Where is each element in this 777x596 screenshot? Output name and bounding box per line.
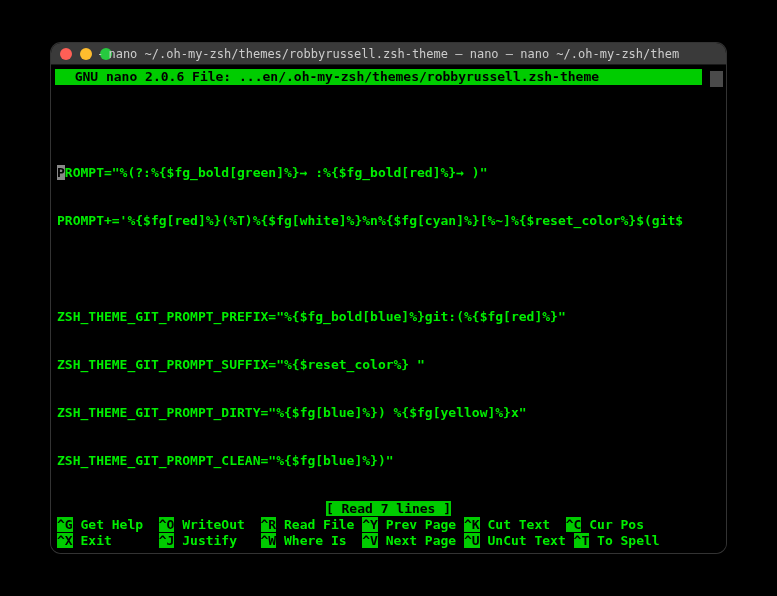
file-line: ZSH_THEME_GIT_PROMPT_DIRTY="%{$fg[blue]%…: [57, 405, 720, 421]
file-line: PROMPT="%(?:%{$fg_bold[green]%}→ :%{$fg_…: [57, 165, 720, 181]
terminal-body[interactable]: GNU nano 2.0.6 File: ...en/.oh-my-zsh/th…: [51, 65, 726, 553]
file-line: ZSH_THEME_GIT_PROMPT_SUFFIX="%{$reset_co…: [57, 357, 720, 373]
status-text: [ Read 7 lines ]: [326, 501, 451, 516]
close-icon[interactable]: [60, 48, 72, 60]
shortcut-key: ^T: [574, 533, 590, 548]
shortcut-key: ^X: [57, 533, 73, 548]
file-line: ZSH_THEME_GIT_PROMPT_CLEAN="%{$fg[blue]%…: [57, 453, 720, 469]
title-text-wrap: ⌂ ~ — nano ~/.oh-my-zsh/themes/robbyruss…: [99, 47, 679, 61]
shortcuts: ^G Get Help ^O WriteOut ^R Read File ^Y …: [55, 517, 722, 549]
line-text: ROMPT="%(?:%{$fg_bold[green]%}→ :%{$fg_b…: [65, 165, 488, 180]
editor-content[interactable]: PROMPT="%(?:%{$fg_bold[green]%}→ :%{$fg_…: [55, 85, 722, 501]
file-line: ZSH_THEME_GIT_PROMPT_PREFIX="%{$fg_bold[…: [57, 309, 720, 325]
shortcut-key: ^K: [464, 517, 480, 532]
nano-header: GNU nano 2.0.6 File: ...en/.oh-my-zsh/th…: [55, 69, 702, 85]
shortcut-row: ^G Get Help ^O WriteOut ^R Read File ^Y …: [55, 517, 722, 533]
terminal-window: ⌂ ~ — nano ~/.oh-my-zsh/themes/robbyruss…: [51, 43, 726, 553]
shortcut-key: ^R: [261, 517, 277, 532]
titlebar[interactable]: ⌂ ~ — nano ~/.oh-my-zsh/themes/robbyruss…: [51, 43, 726, 65]
cursor: P: [57, 165, 65, 180]
title-text: ~ — nano ~/.oh-my-zsh/themes/robbyrussel…: [99, 47, 679, 61]
shortcut-key: ^Y: [362, 517, 378, 532]
shortcut-key: ^J: [159, 533, 175, 548]
status-line: [ Read 7 lines ]: [55, 501, 722, 517]
shortcut-key: ^V: [362, 533, 378, 548]
shortcut-key: ^W: [261, 533, 277, 548]
file-line: [57, 261, 720, 277]
shortcut-key: ^U: [464, 533, 480, 548]
file-line: PROMPT+='%{$fg[red]%}(%T)%{$fg[white]%}%…: [57, 213, 720, 229]
minimize-icon[interactable]: [80, 48, 92, 60]
scrollbar-thumb[interactable]: [710, 71, 723, 87]
shortcut-row: ^X Exit ^J Justify ^W Where Is ^V Next P…: [55, 533, 722, 549]
shortcut-key: ^C: [566, 517, 582, 532]
shortcut-key: ^O: [159, 517, 175, 532]
blank-line: [57, 117, 720, 133]
shortcut-key: ^G: [57, 517, 73, 532]
